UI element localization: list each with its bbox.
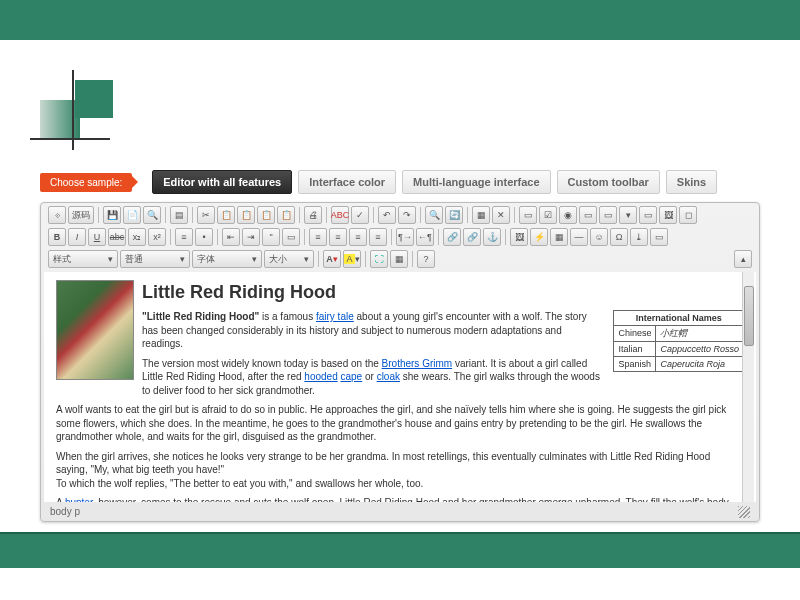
subscript-button[interactable]: x₂ (128, 228, 146, 246)
collapse-toolbar-icon[interactable]: ▴ (734, 250, 752, 268)
bold-button[interactable]: B (48, 228, 66, 246)
align-left-icon[interactable]: ≡ (309, 228, 327, 246)
text-color-button[interactable]: A▾ (323, 250, 341, 268)
checkbox-icon[interactable]: ☑ (539, 206, 557, 224)
paragraph: A hunter, however, comes to the rescue a… (56, 496, 744, 502)
link-icon[interactable]: 🔗 (443, 228, 461, 246)
underline-button[interactable]: U (88, 228, 106, 246)
preview-icon[interactable]: 🔍 (143, 206, 161, 224)
maximize-icon[interactable]: ⛶ (370, 250, 388, 268)
link-hunter[interactable]: hunter (65, 497, 93, 502)
source-button[interactable]: ⟐ (48, 206, 66, 224)
tab-multi-lang[interactable]: Multi-language interface (402, 170, 551, 194)
link-cape[interactable]: cape (340, 371, 362, 382)
bulleted-list-icon[interactable]: • (195, 228, 213, 246)
find-icon[interactable]: 🔍 (425, 206, 443, 224)
cut-icon[interactable]: ✂ (197, 206, 215, 224)
superscript-button[interactable]: x² (148, 228, 166, 246)
undo-icon[interactable]: ↶ (378, 206, 396, 224)
table-row: SpanishCaperucita Roja (614, 356, 744, 371)
illustration-image (56, 280, 134, 380)
tab-custom-toolbar[interactable]: Custom toolbar (557, 170, 660, 194)
paste-icon[interactable]: 📋 (237, 206, 255, 224)
link-hooded[interactable]: hooded (304, 371, 337, 382)
textarea-icon[interactable]: ▭ (599, 206, 617, 224)
resize-handle[interactable] (738, 506, 750, 518)
textfield-icon[interactable]: ▭ (579, 206, 597, 224)
tabs-row: Choose sample: Editor with all features … (40, 170, 760, 194)
replace-icon[interactable]: 🔄 (445, 206, 463, 224)
toolbar-row-2: B I U abc x₂ x² ≡ • ⇤ ⇥ " ▭ ≡ ≡ ≡ ≡ ¶→ ←… (42, 226, 758, 248)
format-dropdown[interactable]: 普通▾ (120, 250, 190, 268)
scayt-icon[interactable]: ✓ (351, 206, 369, 224)
rtl-icon[interactable]: ←¶ (416, 228, 434, 246)
align-center-icon[interactable]: ≡ (329, 228, 347, 246)
hr-icon[interactable]: — (570, 228, 588, 246)
link-cloak[interactable]: cloak (377, 371, 400, 382)
strike-button[interactable]: abc (108, 228, 126, 246)
tab-skins[interactable]: Skins (666, 170, 717, 194)
copy-icon[interactable]: 📋 (217, 206, 235, 224)
content-title: Little Red Riding Hood (56, 280, 744, 304)
imagebutton-icon[interactable]: 🖼 (659, 206, 677, 224)
bg-color-button[interactable]: A▾ (343, 250, 361, 268)
logo-area (0, 40, 800, 170)
anchor-icon[interactable]: ⚓ (483, 228, 501, 246)
templates-icon[interactable]: ▤ (170, 206, 188, 224)
logo (40, 80, 120, 150)
size-dropdown[interactable]: 大小▾ (264, 250, 314, 268)
image-icon[interactable]: 🖼 (510, 228, 528, 246)
status-bar: body p (42, 504, 758, 520)
hidden-icon[interactable]: ◻ (679, 206, 697, 224)
spellcheck-icon[interactable]: ABC (331, 206, 349, 224)
unlink-icon[interactable]: 🔗 (463, 228, 481, 246)
select-icon[interactable]: ▾ (619, 206, 637, 224)
save-icon[interactable]: 💾 (103, 206, 121, 224)
align-justify-icon[interactable]: ≡ (369, 228, 387, 246)
smiley-icon[interactable]: ☺ (590, 228, 608, 246)
toolbar-row-1: ⟐ 源码 💾 📄 🔍 ▤ ✂ 📋 📋 📋 📋 🖨 ABC ✓ ↶ ↷ 🔍 🔄 (42, 204, 758, 226)
editor: ⟐ 源码 💾 📄 🔍 ▤ ✂ 📋 📋 📋 📋 🖨 ABC ✓ ↶ ↷ 🔍 🔄 (40, 202, 760, 522)
remove-format-icon[interactable]: ✕ (492, 206, 510, 224)
show-blocks-icon[interactable]: ▦ (390, 250, 408, 268)
div-icon[interactable]: ▭ (282, 228, 300, 246)
source-label[interactable]: 源码 (68, 206, 94, 224)
tab-all-features[interactable]: Editor with all features (152, 170, 292, 194)
paragraph: When the girl arrives, she notices he lo… (56, 450, 744, 491)
tab-interface-color[interactable]: Interface color (298, 170, 396, 194)
special-char-icon[interactable]: Ω (610, 228, 628, 246)
form-icon[interactable]: ▭ (519, 206, 537, 224)
link-fairy-tale[interactable]: fairy tale (316, 311, 354, 322)
paste-word-icon[interactable]: 📋 (277, 206, 295, 224)
choose-sample-badge: Choose sample: (40, 173, 132, 192)
font-dropdown[interactable]: 字体▾ (192, 250, 262, 268)
paste-text-icon[interactable]: 📋 (257, 206, 275, 224)
italic-button[interactable]: I (68, 228, 86, 246)
indent-icon[interactable]: ⇥ (242, 228, 260, 246)
print-icon[interactable]: 🖨 (304, 206, 322, 224)
scrollbar[interactable] (742, 272, 754, 502)
redo-icon[interactable]: ↷ (398, 206, 416, 224)
table-icon[interactable]: ▦ (550, 228, 568, 246)
intl-names-table: International Names Chinese小红帽 ItalianCa… (613, 310, 744, 372)
radio-icon[interactable]: ◉ (559, 206, 577, 224)
align-right-icon[interactable]: ≡ (349, 228, 367, 246)
outdent-icon[interactable]: ⇤ (222, 228, 240, 246)
ltr-icon[interactable]: ¶→ (396, 228, 414, 246)
iframe-icon[interactable]: ▭ (650, 228, 668, 246)
new-page-icon[interactable]: 📄 (123, 206, 141, 224)
link-brothers-grimm[interactable]: Brothers Grimm (382, 358, 453, 369)
top-bar (0, 0, 800, 40)
button-icon[interactable]: ▭ (639, 206, 657, 224)
styles-dropdown[interactable]: 样式▾ (48, 250, 118, 268)
page-break-icon[interactable]: ⤓ (630, 228, 648, 246)
about-icon[interactable]: ? (417, 250, 435, 268)
bottom-bar (0, 532, 800, 568)
blockquote-icon[interactable]: " (262, 228, 280, 246)
numbered-list-icon[interactable]: ≡ (175, 228, 193, 246)
flash-icon[interactable]: ⚡ (530, 228, 548, 246)
table-row: Chinese小红帽 (614, 326, 744, 341)
select-all-icon[interactable]: ▦ (472, 206, 490, 224)
element-path[interactable]: body p (50, 506, 80, 518)
editor-content[interactable]: Little Red Riding Hood International Nam… (44, 272, 756, 502)
